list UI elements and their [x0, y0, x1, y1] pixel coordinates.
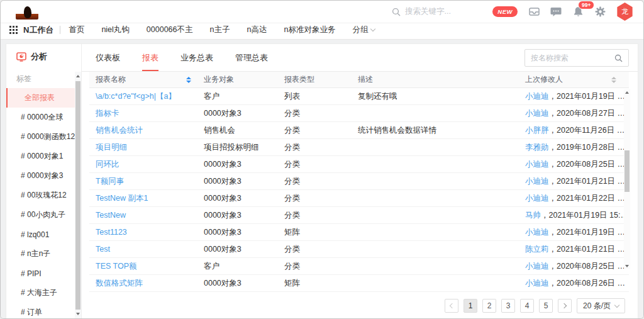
global-search[interactable]: 搜索关键字...: [392, 6, 451, 17]
page-button-5[interactable]: 5: [539, 299, 553, 313]
scroll-down-icon[interactable]: [624, 263, 630, 269]
table-row[interactable]: \a/b:c*d?e"f<g>h|【a】 客户 列表 复制还有哦 小迪迪，202…: [89, 88, 629, 105]
nav-item-0000066[interactable]: 0000066不主: [147, 25, 193, 35]
nav-item-n-standard-object[interactable]: n标准对象业务: [284, 25, 335, 35]
column-header-last-modified[interactable]: 上次修改人: [525, 74, 629, 85]
report-name-link[interactable]: 指标卡: [89, 108, 204, 119]
nav-item-niel[interactable]: niel丸钩: [101, 25, 129, 35]
table-row[interactable]: Test 0000对象3 分类 陈立莉，2021年01月21日 17:00: [89, 241, 629, 258]
page-size-value: 20 条/页: [583, 301, 611, 311]
report-name-link[interactable]: 数值格式矩阵: [89, 278, 204, 289]
sidebar-item-tag[interactable]: # n主n子: [6, 244, 81, 264]
report-name-link[interactable]: T额同事: [89, 176, 204, 187]
nav-item-n-master[interactable]: n主子: [210, 25, 230, 35]
chat-icon[interactable]: [550, 6, 562, 18]
sort-icon[interactable]: [611, 77, 616, 83]
report-search-box[interactable]: [525, 49, 629, 67]
top-header: 搜索关键字... NEW 99+: [1, 1, 643, 23]
table-scrollbar[interactable]: [624, 89, 630, 269]
prev-page-button[interactable]: [445, 299, 458, 313]
table-row[interactable]: TestNew 0000对象3 分类 马帅，2021年01月19日 15:58: [89, 207, 629, 224]
modifier-link[interactable]: 小迪迪: [525, 279, 549, 288]
modifier-link[interactable]: 小迪迪: [525, 262, 549, 271]
report-name-link[interactable]: 销售机会统计: [89, 125, 204, 136]
report-name-link[interactable]: TestNew 副本1: [89, 193, 204, 204]
report-name-link[interactable]: Test1123: [89, 228, 204, 237]
page-button-2[interactable]: 2: [482, 299, 496, 313]
column-header-report-name[interactable]: 报表名称: [89, 74, 204, 85]
sidebar-item-tag[interactable]: # 大海主子: [6, 283, 81, 303]
next-page-button[interactable]: [558, 299, 572, 313]
modifier-link[interactable]: 小迪迪: [525, 92, 549, 101]
scroll-down-icon[interactable]: [75, 311, 81, 317]
modifier-link[interactable]: 小胖胖: [525, 126, 549, 135]
cell-business-object: 客户: [204, 261, 284, 272]
nav-item-n-gaoda[interactable]: n高达: [247, 25, 267, 35]
modifier-link[interactable]: 小迪迪: [525, 177, 549, 186]
report-name-link[interactable]: 项目明细: [89, 142, 204, 153]
tab-business-summary[interactable]: 业务总表: [180, 52, 213, 71]
scrollbar-thumb[interactable]: [625, 150, 630, 192]
modifier-link[interactable]: 陈立莉: [525, 245, 549, 254]
sidebar-scrollbar[interactable]: [75, 72, 81, 318]
report-name-link[interactable]: 同环比: [89, 159, 204, 170]
modifier-link[interactable]: 小迪迪: [525, 109, 549, 118]
table-row[interactable]: TestNew 副本1 0000对象3 分类 小迪迪，2021年01月22日 1…: [89, 190, 629, 207]
new-badge[interactable]: NEW: [492, 6, 518, 17]
table-row[interactable]: 指标卡 0000对象3 分类 小迪迪，2020年08月27日 14:39: [89, 105, 629, 122]
page-button-1[interactable]: 1: [464, 299, 477, 313]
avatar[interactable]: 龙: [616, 3, 633, 21]
modifier-link[interactable]: 小迪迪: [525, 228, 549, 237]
sidebar-item-tag[interactable]: # 0000对象1: [6, 147, 81, 166]
tab-management-summary[interactable]: 管理总表: [235, 52, 268, 71]
sidebar-item-tag[interactable]: # 订单: [6, 303, 81, 318]
column-header-report-type[interactable]: 报表类型: [284, 74, 358, 85]
sidebar-item-tag[interactable]: # 00玫瑰花12: [6, 186, 81, 205]
scroll-up-icon[interactable]: [624, 89, 630, 96]
sidebar-item-tag[interactable]: # PIPI: [6, 264, 81, 283]
table-row[interactable]: Test1123 0000对象3 矩阵 小迪迪，2021年01月19日 16:1…: [89, 224, 629, 241]
tab-dashboard[interactable]: 仪表板: [96, 52, 120, 71]
company-logo[interactable]: [16, 4, 38, 20]
modifier-link[interactable]: 小迪迪: [525, 194, 549, 203]
modifier-link[interactable]: 小迪迪: [525, 160, 549, 169]
scrollbar-thumb[interactable]: [75, 81, 80, 310]
modifier-link[interactable]: 马帅: [525, 211, 541, 220]
column-header-description[interactable]: 描述: [358, 74, 525, 85]
column-header-business-object[interactable]: 业务对象: [204, 74, 284, 85]
sidebar-item-tag[interactable]: # lzq001: [6, 225, 81, 244]
report-name-link[interactable]: \a/b:c*d?e"f<g>h|【a】: [89, 91, 204, 102]
nav-group-dropdown[interactable]: 分组: [352, 25, 375, 35]
table-row[interactable]: TES TOP额 客户 分类 小迪迪，2020年08月25日 03:14: [89, 258, 629, 275]
cell-business-object: 项目招投标明细: [204, 142, 284, 153]
table-row[interactable]: 同环比 0000对象3 分类 小迪迪，2020年08月25日 02:20: [89, 156, 629, 173]
workspace-title[interactable]: N工作台: [23, 25, 53, 36]
report-search-input[interactable]: [531, 53, 614, 62]
page-button-4[interactable]: 4: [520, 299, 534, 313]
table-row[interactable]: 项目明细 项目招投标明细 分类 李雅勋，2019年10月28日 14:10: [89, 139, 629, 156]
mail-icon[interactable]: [528, 6, 540, 18]
table-row[interactable]: 销售机会统计 销售机会 分类 统计销售机会数据详情 小胖胖，2020年11月26…: [89, 122, 629, 139]
settings-gear-icon[interactable]: [594, 6, 606, 18]
chevron-down-icon: [370, 26, 375, 31]
sidebar-item-tag[interactable]: # 0000对象3: [6, 166, 81, 186]
report-name-link[interactable]: TES TOP额: [89, 261, 204, 272]
app-launcher-icon[interactable]: [9, 26, 18, 34]
page-size-select[interactable]: 20 条/页: [577, 298, 625, 313]
sort-icon[interactable]: [186, 77, 191, 83]
table-row[interactable]: 数值格式矩阵 0000对象3 矩阵 小迪迪，2020年08月26日 10:00: [89, 275, 629, 292]
report-name-link[interactable]: Test: [89, 245, 204, 254]
nav-item-home[interactable]: 首页: [69, 25, 84, 35]
tab-reports[interactable]: 报表: [142, 52, 158, 71]
report-name-link[interactable]: TestNew: [89, 211, 204, 220]
sidebar-item-tag[interactable]: # 00小肉丸子: [6, 205, 81, 225]
notifications-bell-icon[interactable]: 99+: [572, 6, 584, 18]
scroll-up-icon[interactable]: [75, 73, 81, 79]
modifier-link[interactable]: 李雅勋: [525, 143, 549, 152]
cell-business-object: 客户: [204, 91, 284, 102]
table-row[interactable]: T额同事 0000对象3 分类 小迪迪，2021年01月21日 10:35: [89, 173, 629, 190]
sidebar-item-tag[interactable]: # 0000测函数123: [6, 127, 81, 147]
page-button-3[interactable]: 3: [501, 299, 515, 313]
sidebar-item-all-reports[interactable]: 全部报表: [6, 88, 81, 108]
sidebar-item-tag[interactable]: # 00000全球: [6, 108, 81, 127]
